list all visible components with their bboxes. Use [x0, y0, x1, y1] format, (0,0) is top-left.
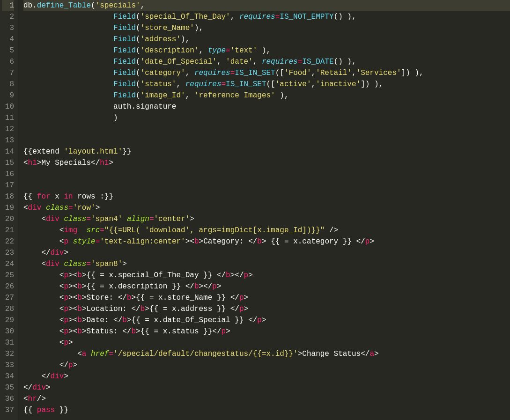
token-pn: .	[131, 103, 136, 111]
code-line[interactable]: Field('image_Id', 'reference Images' ),	[23, 90, 510, 101]
line-number: 6	[2, 56, 14, 67]
token-k: b	[77, 271, 82, 280]
line-number: 19	[2, 202, 14, 214]
token-kw2: requires	[194, 69, 230, 77]
token-pn: {{	[23, 406, 37, 414]
line-number: 14	[2, 146, 14, 157]
token-pn: }}	[122, 147, 131, 156]
code-line[interactable]: <p><b>Date: </b>{{ = x.date_Of_Special }…	[23, 315, 510, 326]
code-line[interactable]: Field('status', requires=IS_IN_SET(['act…	[23, 79, 510, 90]
code-line[interactable]: </p>	[23, 360, 510, 371]
token-pn: </	[122, 327, 131, 336]
code-line[interactable]: {{ for x in rows :}}	[23, 191, 510, 202]
token-k: =	[100, 226, 104, 235]
token-attr: src	[86, 226, 100, 235]
code-line[interactable]: <h1>My Specials</h1>	[23, 157, 510, 169]
token-k: pass	[37, 406, 55, 414]
code-line[interactable]: <div class='row'>	[23, 202, 510, 214]
code-line[interactable]: )	[23, 112, 510, 124]
token-pn	[59, 215, 64, 223]
code-line[interactable]: </div>	[23, 247, 510, 258]
token-pn: <	[23, 316, 64, 324]
token-pn: >	[122, 260, 127, 268]
code-line[interactable]: <div class='span4' align='center'>	[23, 214, 510, 225]
token-s: 'specials'	[96, 1, 140, 10]
line-number-gutter: 1234567891011121314151617181920212223242…	[0, 0, 18, 420]
token-pn: >	[82, 316, 87, 324]
token-pn: ]) ),	[401, 69, 424, 77]
code-line[interactable]: <p>	[23, 337, 510, 348]
token-pn: (	[136, 35, 140, 44]
code-line[interactable]: db.define_Table('specials',	[23, 0, 510, 11]
token-s: 'span8'	[91, 260, 122, 268]
line-number: 26	[2, 281, 14, 292]
token-s: '/special/default/changestatus/{{=x.id}}…	[113, 350, 298, 358]
token-pn: >	[262, 316, 266, 324]
token-id: Status:	[86, 327, 122, 336]
token-pn: ),	[181, 35, 190, 44]
code-line[interactable]: Field('category', requires=IS_IN_SET(['F…	[23, 67, 510, 79]
token-pn	[23, 58, 113, 66]
code-line[interactable]: </div>	[23, 371, 510, 382]
token-s: 'Services'	[356, 69, 401, 77]
line-number: 8	[2, 79, 14, 90]
line-number: 10	[2, 101, 14, 112]
code-line[interactable]: </div>	[23, 382, 510, 393]
token-pn: (	[136, 69, 140, 77]
line-number: 15	[2, 157, 14, 169]
token-pn: <	[23, 271, 64, 280]
token-id: db	[23, 1, 32, 10]
token-pn: </	[118, 294, 127, 302]
code-line[interactable]: <p><b>Location: </b>{{ = x.address }} </…	[23, 303, 510, 315]
token-pn: ,	[176, 80, 185, 88]
code-line[interactable]: Field('date_Of_Special', 'date', require…	[23, 56, 510, 67]
token-pn: <	[23, 339, 64, 347]
token-pn	[122, 215, 127, 223]
token-id: {{ = x.store_Name }}	[136, 294, 230, 302]
code-line[interactable]: <p><b>{{ = x.description }} </b></p>	[23, 281, 510, 292]
code-line[interactable]: Field('special_Of_The_Day', requires=IS_…	[23, 11, 510, 22]
token-k: div	[32, 383, 46, 392]
token-pn: {{	[23, 192, 37, 201]
token-k: b	[77, 305, 82, 313]
token-fn: IS_IN_SET	[226, 80, 266, 88]
code-line[interactable]: Field('store_Name'),	[23, 22, 510, 34]
code-line[interactable]	[23, 180, 510, 191]
token-k: p	[365, 237, 370, 246]
code-line[interactable]	[23, 135, 510, 146]
token-pn	[23, 103, 113, 111]
token-pn	[23, 80, 113, 88]
token-k: div	[51, 372, 64, 381]
token-k: b	[77, 294, 82, 302]
code-line[interactable]: <hr/>	[23, 393, 510, 405]
line-number: 2	[2, 11, 14, 22]
code-line[interactable]: {{ pass }}	[23, 405, 510, 416]
token-pn: </	[23, 372, 51, 381]
code-line[interactable]: <img src="{{=URL( 'download', args=imgDi…	[23, 225, 510, 236]
line-number: 34	[2, 371, 14, 382]
code-line[interactable]	[23, 169, 510, 180]
code-line[interactable]: <p style='text-align:center'><b>Category…	[23, 236, 510, 247]
code-editor[interactable]: 1234567891011121314151617181920212223242…	[0, 0, 510, 420]
code-line[interactable]: <a href='/special/default/changestatus/{…	[23, 348, 510, 360]
line-number: 17	[2, 180, 14, 191]
code-area[interactable]: db.define_Table('specials', Field('speci…	[18, 0, 510, 420]
token-fn: IS_IN_SET	[235, 69, 275, 77]
line-number: 5	[2, 45, 14, 56]
code-line[interactable]	[23, 124, 510, 135]
code-line[interactable]: <div class='span8'>	[23, 258, 510, 270]
code-line[interactable]: <p><b>Store: </b>{{ = x.store_Name }} </…	[23, 292, 510, 303]
token-pn: () ),	[334, 58, 356, 66]
code-line[interactable]: {{extend 'layout.html'}}	[23, 146, 510, 157]
line-number: 37	[2, 405, 14, 416]
code-line[interactable]: <p><b>{{ = x.special_Of_The_Day }} </b><…	[23, 270, 510, 281]
token-pn: ,	[185, 69, 194, 77]
code-line[interactable]: Field('description', type='text' ),	[23, 45, 510, 56]
code-line[interactable]: Field('address'),	[23, 34, 510, 45]
token-pn: >	[82, 294, 87, 302]
token-k: p	[222, 327, 226, 336]
token-s: 'layout.html'	[64, 147, 122, 156]
code-line[interactable]: <p><b>Status: </b>{{ = x.status }}</p>	[23, 326, 510, 337]
token-pn: >	[82, 282, 87, 291]
code-line[interactable]: auth.signature	[23, 101, 510, 112]
